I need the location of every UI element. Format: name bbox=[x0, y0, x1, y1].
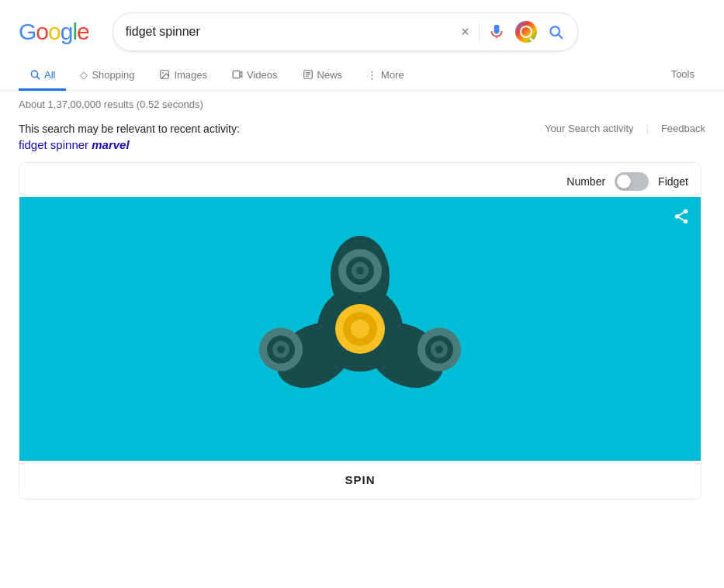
search-input[interactable]: fidget spinner bbox=[126, 25, 452, 39]
search-bar: fidget spinner × bbox=[113, 12, 578, 51]
search-divider bbox=[479, 22, 480, 41]
tab-news-label: News bbox=[317, 69, 343, 81]
tab-all[interactable]: All bbox=[19, 61, 66, 91]
logo-o1: o bbox=[36, 19, 48, 45]
tab-images[interactable]: Images bbox=[148, 61, 218, 91]
share-button[interactable] bbox=[673, 208, 690, 230]
relevance-label-text: This search may be relevant to recent ac… bbox=[19, 123, 240, 135]
header: Google fidget spinner × bbox=[0, 0, 724, 57]
search-submit-icon bbox=[548, 24, 563, 40]
tab-more[interactable]: ⋮ More bbox=[356, 61, 415, 91]
card-header: Number Fidget bbox=[19, 163, 701, 197]
mic-icon bbox=[489, 24, 504, 40]
spin-button-label: SPIN bbox=[345, 473, 375, 486]
logo-g2: g bbox=[61, 19, 73, 45]
search-submit-button[interactable] bbox=[546, 22, 565, 41]
videos-tab-icon bbox=[232, 69, 243, 80]
svg-point-23 bbox=[356, 267, 364, 275]
tab-news[interactable]: News bbox=[292, 61, 354, 91]
search-activity-link[interactable]: Your Search activity bbox=[545, 123, 633, 134]
relevance-search-link[interactable]: fidget spinner marvel bbox=[19, 138, 130, 151]
results-count: About 1,37,00,000 results (0.52 seconds) bbox=[0, 91, 724, 115]
spinner-canvas[interactable] bbox=[19, 197, 701, 461]
results-count-text: About 1,37,00,000 results (0.52 seconds) bbox=[19, 99, 203, 110]
svg-point-5 bbox=[162, 72, 164, 74]
toggle-knob bbox=[617, 175, 631, 189]
all-tab-icon bbox=[29, 69, 40, 80]
tab-videos[interactable]: Videos bbox=[221, 61, 289, 91]
relevance-link-text: fidget spinner bbox=[19, 138, 92, 151]
voice-search-button[interactable] bbox=[487, 22, 506, 41]
share-icon bbox=[673, 208, 690, 225]
image-search-button[interactable] bbox=[514, 19, 539, 44]
svg-point-13 bbox=[684, 220, 688, 224]
tools-label: Tools bbox=[671, 68, 695, 80]
tab-images-label: Images bbox=[174, 69, 207, 81]
svg-point-12 bbox=[675, 214, 680, 219]
shopping-tab-icon: ◇ bbox=[80, 69, 88, 81]
spin-button-row: SPIN bbox=[19, 461, 701, 499]
toggle-fidget-label: Fidget bbox=[658, 175, 688, 188]
tab-shopping-label: Shopping bbox=[92, 69, 134, 81]
relevance-right: Your Search activity | Feedback bbox=[545, 123, 705, 134]
relevance-link-italic: marvel bbox=[92, 138, 129, 151]
logo-g: G bbox=[19, 19, 36, 45]
more-tab-icon: ⋮ bbox=[367, 69, 377, 81]
svg-point-34 bbox=[351, 320, 369, 338]
tab-all-label: All bbox=[44, 69, 55, 81]
logo-o2: o bbox=[48, 19, 61, 45]
pipe-divider: | bbox=[646, 123, 649, 134]
logo-e: e bbox=[77, 19, 89, 45]
svg-line-14 bbox=[679, 217, 684, 220]
tab-shopping[interactable]: ◇ Shopping bbox=[69, 61, 145, 91]
fidget-spinner-graphic[interactable] bbox=[244, 213, 476, 445]
lens-icon bbox=[515, 21, 537, 43]
tools-tab[interactable]: Tools bbox=[660, 61, 705, 90]
svg-rect-6 bbox=[233, 71, 240, 78]
relevance-left: This search may be relevant to recent ac… bbox=[19, 123, 240, 151]
svg-line-15 bbox=[679, 213, 684, 216]
google-logo[interactable]: Google bbox=[19, 19, 89, 45]
search-nav-tabs: All ◇ Shopping Images Videos News ⋮ More… bbox=[0, 57, 724, 91]
spinner-card: Number Fidget bbox=[19, 162, 701, 500]
relevance-notice: This search may be relevant to recent ac… bbox=[0, 115, 724, 162]
svg-line-1 bbox=[559, 35, 563, 39]
svg-point-11 bbox=[684, 209, 688, 214]
mode-toggle[interactable] bbox=[615, 172, 649, 191]
svg-line-3 bbox=[37, 77, 40, 79]
tab-videos-label: Videos bbox=[247, 69, 278, 81]
news-tab-icon bbox=[303, 69, 314, 80]
toggle-number-label: Number bbox=[566, 175, 605, 188]
images-tab-icon bbox=[159, 69, 170, 80]
clear-search-icon[interactable]: × bbox=[459, 22, 471, 42]
tab-more-label: More bbox=[381, 69, 404, 81]
feedback-link[interactable]: Feedback bbox=[661, 123, 705, 134]
